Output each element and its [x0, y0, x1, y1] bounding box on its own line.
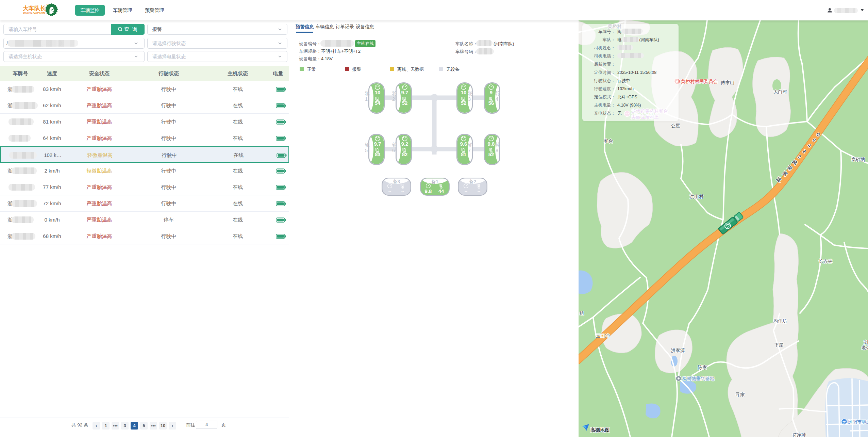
svg-text:53: 53	[375, 151, 381, 157]
svg-text:51: 51	[461, 151, 467, 157]
svg-text:9.6: 9.6	[460, 141, 467, 147]
svg-text:黄桥村村民委员会: 黄桥村村民委员会	[681, 79, 718, 84]
svg-text:长古林: 长古林	[819, 259, 833, 264]
svg-text:52: 52	[488, 151, 494, 157]
svg-text:10: 10	[461, 90, 467, 95]
svg-text:--: --	[465, 189, 468, 194]
svg-text:备3: 备3	[393, 179, 400, 184]
svg-text:9.8: 9.8	[488, 141, 495, 147]
svg-text:和合: 和合	[604, 139, 614, 144]
svg-text:公屋: 公屋	[671, 123, 680, 128]
svg-text:9.7: 9.7	[374, 141, 381, 147]
svg-text:老佐: 老佐	[862, 345, 868, 350]
svg-text:56: 56	[488, 100, 494, 106]
svg-text:傅家山: 傅家山	[720, 80, 735, 85]
svg-text:52: 52	[461, 100, 467, 106]
svg-text:文: 文	[842, 420, 846, 424]
svg-text:寒砂塘: 寒砂塘	[851, 157, 865, 162]
svg-text:9.8: 9.8	[425, 188, 432, 194]
svg-text:9.2: 9.2	[401, 141, 408, 147]
svg-text:--: --	[478, 189, 481, 194]
svg-text:9: 9	[490, 90, 493, 95]
svg-text:44: 44	[438, 188, 444, 194]
svg-text:--: --	[401, 189, 404, 194]
svg-text:下屋: 下屋	[774, 342, 784, 347]
svg-text:陈家: 陈家	[698, 365, 707, 370]
svg-text:--: --	[388, 189, 391, 194]
svg-text:浏: 浏	[864, 340, 868, 345]
svg-text:枫树塘垂钓基地: 枫树塘垂钓基地	[682, 376, 715, 381]
svg-text:洪家源: 洪家源	[671, 348, 685, 353]
svg-text:寻家: 寻家	[736, 392, 745, 397]
svg-text:备1: 备1	[431, 179, 438, 184]
svg-text:52: 52	[402, 151, 408, 157]
svg-text:浏阳市职业中: 浏阳市职业中	[848, 419, 868, 424]
svg-text:10: 10	[375, 90, 381, 95]
svg-text:诗家冲: 诗家冲	[792, 432, 806, 437]
svg-text:高德地图: 高德地图	[590, 427, 610, 433]
svg-text:54: 54	[375, 100, 381, 106]
svg-text:三口冲: 三口冲	[596, 333, 610, 338]
svg-text:组: 组	[580, 311, 584, 316]
svg-text:均佳坊: 均佳坊	[773, 319, 787, 324]
svg-text:52: 52	[402, 100, 408, 106]
svg-text:洪山村: 洪山村	[690, 194, 704, 199]
svg-text:大白村: 大白村	[773, 89, 787, 94]
svg-text:备2: 备2	[469, 179, 476, 184]
svg-text:9.7: 9.7	[401, 90, 408, 95]
